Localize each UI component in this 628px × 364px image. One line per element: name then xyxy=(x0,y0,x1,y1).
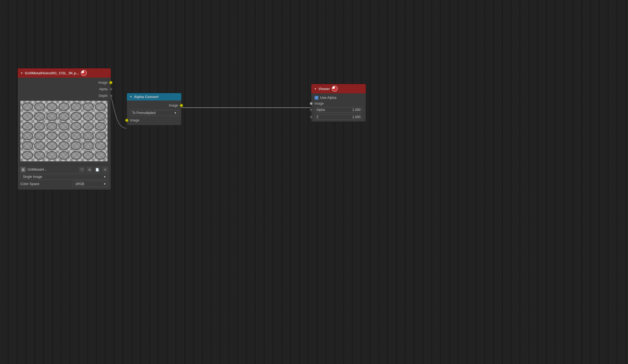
grill-hole xyxy=(34,112,45,121)
viewer-z-field[interactable]: Z 1.000 xyxy=(315,114,363,120)
output-depth-socket[interactable] xyxy=(109,94,112,97)
viewer-image-socket[interactable] xyxy=(310,102,313,105)
grill-hole xyxy=(22,151,33,160)
viewer-type-icon xyxy=(332,86,338,92)
viewer-image-row: Image xyxy=(311,101,366,106)
viewer-alpha-socket[interactable] xyxy=(310,108,313,112)
color-space-value: sRGB xyxy=(75,182,84,186)
grill-hole xyxy=(22,112,33,121)
viewer-z-row: Z 1.000 xyxy=(311,113,366,121)
grill-hole xyxy=(58,132,69,140)
output-depth-label: Depth xyxy=(99,94,108,98)
image-icon: 🖼 xyxy=(20,167,26,172)
grill-hole xyxy=(22,141,33,150)
alpha-convert-output-socket[interactable] xyxy=(180,104,183,107)
alpha-convert-collapse-icon[interactable]: ▼ xyxy=(130,95,132,98)
grill-hole xyxy=(71,141,82,150)
color-space-label: Color Space xyxy=(20,182,39,186)
color-space-row: Color Space sRGB ▾ xyxy=(20,181,108,187)
grill-hole xyxy=(83,122,94,131)
grill-hole xyxy=(71,102,82,111)
viewer-z-value: 1.000 xyxy=(352,115,361,119)
close-button[interactable]: ✕ xyxy=(102,167,108,173)
grill-hole xyxy=(46,151,57,160)
output-image-socket[interactable] xyxy=(109,81,112,84)
use-alpha-label: Use Alpha xyxy=(320,96,336,100)
viewer-collapse-icon[interactable]: ▼ xyxy=(314,87,317,90)
grill-hole xyxy=(22,122,33,131)
viewer-title: Viewer xyxy=(318,87,330,91)
node-type-icon xyxy=(81,70,87,76)
image-type-row: Single Image ▾ xyxy=(20,174,108,180)
grill-hole xyxy=(22,132,33,140)
grill-hole xyxy=(83,151,94,160)
viewer-node: ▼ Viewer ✓ Use Alpha Image Alpha 1.000 xyxy=(311,84,366,122)
grill-hole xyxy=(34,151,45,160)
premul-value: To Premultiplied xyxy=(132,111,155,115)
premul-dropdown[interactable]: To Premultiplied ▾ xyxy=(130,110,179,116)
use-alpha-checkbox[interactable]: ✓ xyxy=(315,96,318,100)
viewer-alpha-label: Alpha xyxy=(316,108,325,112)
grill-hole xyxy=(46,122,57,131)
grill-hole xyxy=(58,102,69,111)
grill-hole xyxy=(95,122,106,131)
premul-arrow-icon: ▾ xyxy=(175,111,176,115)
grill-hole xyxy=(34,132,45,140)
grill-hole xyxy=(46,132,57,140)
output-alpha-socket[interactable] xyxy=(109,88,112,91)
color-space-dropdown[interactable]: sRGB ▾ xyxy=(73,181,108,187)
grill-pattern xyxy=(20,101,108,161)
grill-hole xyxy=(83,141,94,150)
grill-hole xyxy=(58,122,69,131)
premul-dropdown-row: To Premultiplied ▾ xyxy=(127,109,181,117)
collapse-arrow-icon[interactable]: ▼ xyxy=(20,72,23,75)
grill-hole xyxy=(95,151,106,160)
grill-hole xyxy=(95,102,106,111)
viewer-header[interactable]: ▼ Viewer xyxy=(311,84,366,93)
grill-hole xyxy=(46,112,57,121)
fake-user-button[interactable]: 📄 xyxy=(94,167,100,173)
image-texture-header[interactable]: ▼ GrillMetalHoles001_COL_3K.p... xyxy=(18,68,111,78)
grill-hole xyxy=(34,102,45,111)
grill-hole xyxy=(71,132,82,140)
shield-button[interactable]: 🛡 xyxy=(79,167,85,173)
alpha-convert-body: Image To Premultiplied ▾ Image xyxy=(127,100,181,125)
alpha-convert-input-socket[interactable] xyxy=(125,119,128,122)
grill-hole xyxy=(71,151,82,160)
output-alpha-row: Alpha xyxy=(18,86,111,93)
alpha-convert-output-row: Image xyxy=(127,102,181,109)
texture-name: GrillMetalH... xyxy=(28,168,77,172)
grill-hole xyxy=(58,151,69,160)
alpha-convert-header[interactable]: ▼ Alpha Convert xyxy=(127,93,181,100)
dropdown-arrow-icon: ▾ xyxy=(104,175,106,179)
alpha-convert-title: Alpha Convert xyxy=(134,95,159,99)
copy-button[interactable]: ⧉ xyxy=(87,167,93,173)
grill-hole xyxy=(95,141,106,150)
use-alpha-row: ✓ Use Alpha xyxy=(311,94,366,101)
image-type-dropdown[interactable]: Single Image ▾ xyxy=(20,174,108,180)
viewer-alpha-field[interactable]: Alpha 1.000 xyxy=(315,107,363,113)
viewer-z-socket[interactable] xyxy=(310,115,313,119)
viewer-alpha-row: Alpha 1.000 xyxy=(311,106,366,113)
grill-hole xyxy=(58,112,69,121)
grill-hole xyxy=(22,102,33,111)
image-texture-title: GrillMetalHoles001_COL_3K.p... xyxy=(25,71,79,75)
output-depth-row: Depth xyxy=(18,93,111,99)
image-texture-node: ▼ GrillMetalHoles001_COL_3K.p... Image A… xyxy=(17,68,111,190)
grill-hole xyxy=(71,112,82,121)
footer-name-row: 🖼 GrillMetalH... 🛡 ⧉ 📄 ✕ xyxy=(20,167,108,173)
viewer-z-label: Z xyxy=(316,115,318,119)
viewer-image-label: Image xyxy=(315,102,324,105)
alpha-convert-node: ▼ Alpha Convert Image To Premultiplied ▾… xyxy=(127,93,182,126)
alpha-convert-input-row: Image xyxy=(127,117,181,124)
viewer-alpha-value: 1.000 xyxy=(352,108,361,112)
viewer-body: ✓ Use Alpha Image Alpha 1.000 Z 1.000 xyxy=(311,93,366,122)
grill-hole xyxy=(46,141,57,150)
image-texture-body: Image Alpha Depth xyxy=(18,78,111,165)
image-texture-footer: 🖼 GrillMetalH... 🛡 ⧉ 📄 ✕ Single Image ▾ … xyxy=(18,165,111,190)
grill-hole xyxy=(46,102,57,111)
grill-hole xyxy=(83,132,94,140)
grill-hole xyxy=(95,132,106,140)
grill-hole xyxy=(58,141,69,150)
image-preview xyxy=(20,101,108,161)
